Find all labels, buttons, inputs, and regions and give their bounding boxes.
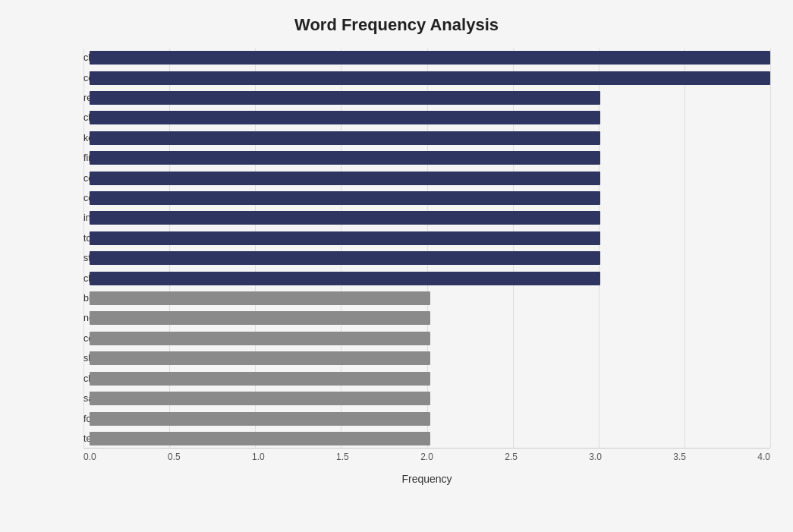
x-tick-1: 0.5 (168, 452, 181, 462)
bar-fill (90, 412, 430, 426)
bar-track (90, 211, 770, 225)
bar-track (90, 351, 770, 365)
bar-fill (90, 291, 430, 305)
bar-row: foreign (83, 409, 770, 427)
bar-label: key (83, 133, 90, 143)
bar-track (90, 51, 770, 65)
bar-row: tokyo (83, 229, 770, 247)
x-tick-5: 2.5 (505, 452, 518, 462)
x-tick-6: 3.0 (589, 452, 602, 462)
bar-track (90, 432, 770, 445)
bar-fill (90, 231, 600, 245)
bar-track (90, 131, 770, 145)
bar-track (90, 332, 770, 345)
x-tick-4: 2.0 (420, 452, 433, 462)
bar-fill (90, 111, 600, 124)
bar-track (90, 251, 770, 265)
bar-row: include (83, 209, 770, 227)
bar-fill (90, 211, 600, 225)
bar-fill (90, 372, 430, 386)
bar-row: key (83, 129, 770, 147)
bar-label: foreign (83, 414, 90, 424)
bar-fill (90, 51, 770, 65)
bar-row: chip (83, 49, 770, 67)
bar-track (90, 412, 770, 426)
bar-row: restrictions (83, 89, 770, 107)
bars-container: chipcontrolrestrictionschinaskeyfirmcomm… (83, 49, 770, 448)
bar-track (90, 191, 770, 205)
bar-row: statement (83, 249, 770, 267)
bar-label: commerce (83, 173, 90, 184)
bar-row: technology (83, 430, 770, 448)
bar-row: chinese (83, 370, 770, 388)
bar-track (90, 372, 770, 386)
bar-label: sale (83, 393, 90, 404)
bar-label: short (83, 353, 90, 364)
bar-fill (90, 392, 430, 405)
x-axis-label: Frequency (83, 472, 770, 486)
bar-label: tokyo (83, 233, 90, 244)
bar-track (90, 91, 770, 105)
bar-label: statement (83, 253, 90, 263)
bar-label: control (83, 73, 90, 83)
bar-track (90, 172, 770, 185)
bar-label: restrictions (83, 93, 90, 103)
bar-label: include (83, 212, 90, 223)
bar-fill (90, 71, 770, 85)
bar-fill (90, 151, 600, 165)
bar-label: components (83, 333, 90, 344)
bar-label: chinese (83, 373, 90, 384)
chart-title: Word Frequency Analysis (23, 15, 770, 35)
bar-label: china (83, 273, 90, 284)
x-tick-8: 4.0 (757, 452, 770, 462)
bar-fill (90, 272, 600, 285)
bar-track (90, 151, 770, 165)
bar-track (90, 71, 770, 85)
bar-row: company (83, 189, 770, 207)
bar-label: firm (83, 153, 90, 163)
bar-track (90, 111, 770, 124)
bar-fill (90, 131, 600, 145)
bar-row: commerce (83, 168, 770, 187)
x-tick-0: 0.0 (83, 452, 96, 462)
bar-label: company (83, 193, 90, 203)
bar-row: short (83, 349, 770, 367)
bar-label: new (83, 313, 90, 323)
bar-row: new (83, 309, 770, 327)
bar-fill (90, 351, 430, 365)
bar-track (90, 392, 770, 405)
bar-row: chinas (83, 109, 770, 127)
bar-fill (90, 91, 600, 105)
bar-label: bloomberg (83, 293, 90, 304)
bar-fill (90, 172, 600, 185)
bar-row: sale (83, 389, 770, 408)
bar-fill (90, 332, 430, 345)
bar-row: components (83, 329, 770, 348)
bar-fill (90, 191, 600, 205)
chart-container: Word Frequency Analysis chipcontrolrestr… (0, 0, 793, 532)
bar-fill (90, 251, 600, 265)
bar-track (90, 291, 770, 305)
bar-track (90, 272, 770, 285)
bar-row: control (83, 68, 770, 87)
bar-row: bloomberg (83, 289, 770, 307)
bar-label: technology (83, 433, 90, 444)
bar-track (90, 311, 770, 325)
bar-row: firm (83, 149, 770, 167)
bar-label: chip (83, 52, 90, 63)
bar-fill (90, 432, 430, 445)
x-axis: 0.0 0.5 1.0 1.5 2.0 2.5 3.0 3.5 4.0 (83, 448, 770, 471)
x-tick-2: 1.0 (252, 452, 265, 462)
bar-row: china (83, 269, 770, 287)
x-tick-7: 3.5 (673, 452, 686, 462)
bar-fill (90, 311, 430, 325)
x-tick-3: 1.5 (336, 452, 349, 462)
bar-track (90, 231, 770, 245)
bar-label: chinas (83, 112, 90, 123)
